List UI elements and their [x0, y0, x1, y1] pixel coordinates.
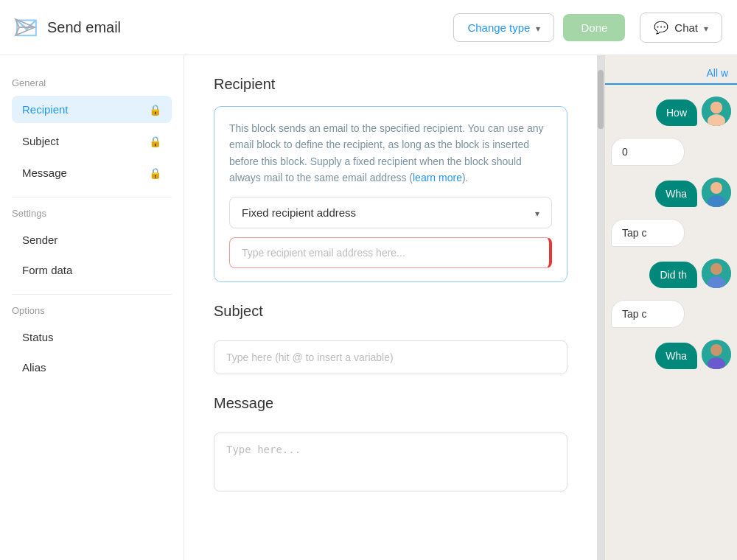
sidebar-item-status[interactable]: Status — [12, 323, 172, 351]
recipient-title: Recipient — [214, 76, 567, 93]
learn-more-link[interactable]: learn more — [413, 172, 462, 183]
subject-input[interactable] — [214, 340, 567, 374]
done-button[interactable]: Done — [563, 14, 625, 41]
avatar-3-svg — [702, 178, 731, 207]
scrollbar[interactable] — [597, 55, 604, 560]
main-layout: General Recipient 🔒 Subject 🔒 Message 🔒 … — [0, 55, 737, 560]
chat-row-3: Wha — [605, 175, 737, 210]
chat-row-5: Did th — [605, 256, 737, 291]
chat-bubble-6: Tap c — [611, 300, 685, 328]
chat-row-7: Wha — [605, 337, 737, 372]
chat-row-1: How — [605, 94, 737, 129]
chat-bubble-4: Tap c — [611, 219, 685, 247]
chat-bubble-7: Wha — [655, 343, 697, 369]
sidebar-item-recipient[interactable]: Recipient 🔒 — [12, 96, 172, 123]
recipient-section: Recipient This block sends an email to t… — [214, 76, 567, 282]
recipient-type-dropdown[interactable]: Fixed recipient address — [229, 197, 552, 228]
svg-point-15 — [710, 344, 722, 356]
sidebar-item-message[interactable]: Message 🔒 — [12, 159, 172, 186]
sidebar-divider-1 — [12, 197, 172, 197]
sidebar: General Recipient 🔒 Subject 🔒 Message 🔒 … — [0, 55, 184, 560]
subject-lock-icon: 🔒 — [149, 136, 161, 147]
svg-point-12 — [710, 263, 722, 275]
avatar-5-svg — [702, 259, 731, 288]
message-textarea[interactable] — [214, 433, 567, 491]
message-lock-icon: 🔒 — [149, 167, 161, 179]
sidebar-item-form-data[interactable]: Form data — [12, 256, 172, 284]
sidebar-item-subject[interactable]: Subject 🔒 — [12, 127, 172, 155]
sidebar-options-label: Options — [12, 305, 172, 316]
svg-point-9 — [710, 182, 722, 194]
header-left: Send email — [15, 15, 453, 39]
sidebar-divider-2 — [12, 294, 172, 295]
chat-row-2: 0 — [605, 135, 737, 169]
avatar-1 — [702, 97, 731, 126]
header-right: 💬 Chat — [640, 13, 722, 43]
header: Send email Change type Done 💬 Chat — [0, 0, 737, 55]
sidebar-item-sender[interactable]: Sender — [12, 226, 172, 253]
sidebar-item-alias[interactable]: Alias — [12, 354, 172, 381]
avatar-3 — [702, 178, 731, 207]
chat-bubble-3: Wha — [655, 181, 697, 207]
svg-point-7 — [710, 102, 722, 113]
chat-button[interactable]: 💬 Chat — [640, 13, 722, 43]
change-type-button[interactable]: Change type — [453, 13, 554, 42]
change-type-chevron-icon — [536, 21, 540, 34]
page-title: Send email — [47, 19, 121, 36]
sidebar-settings-label: Settings — [12, 208, 172, 219]
sidebar-general-label: General — [12, 77, 172, 88]
chat-icon: 💬 — [654, 21, 668, 35]
chat-row-6: Tap c — [605, 297, 737, 331]
chat-bubble-2: 0 — [611, 138, 685, 166]
recipient-lock-icon: 🔒 — [149, 104, 161, 116]
subject-title: Subject — [214, 303, 567, 320]
subject-section: Subject — [214, 303, 567, 374]
recipient-info-box: This block sends an email to the specifi… — [214, 106, 567, 282]
message-title: Message — [214, 395, 567, 412]
avatar-1-svg — [702, 97, 731, 126]
avatar-7-svg — [702, 340, 731, 369]
right-chat-panel: All w How 0 — [604, 55, 737, 560]
email-input-wrapper — [229, 237, 552, 268]
chat-bubble-1: How — [656, 99, 697, 126]
avatar-7 — [702, 340, 731, 369]
chat-row-4: Tap c — [605, 216, 737, 250]
scrollbar-thumb[interactable] — [598, 70, 604, 129]
dropdown-chevron-icon — [535, 206, 539, 219]
recipient-email-input[interactable] — [229, 237, 552, 268]
header-center: Change type Done — [453, 13, 625, 42]
message-section: Message — [214, 395, 567, 494]
content-area: Recipient This block sends an email to t… — [184, 55, 597, 560]
chat-chevron-icon — [704, 21, 708, 34]
all-w-label: All w — [605, 63, 737, 85]
recipient-info-text: This block sends an email to the specifi… — [229, 120, 552, 186]
paper-plane-icon — [13, 15, 37, 39]
chat-bubble-5: Did th — [649, 262, 697, 288]
avatar-5 — [702, 259, 731, 288]
